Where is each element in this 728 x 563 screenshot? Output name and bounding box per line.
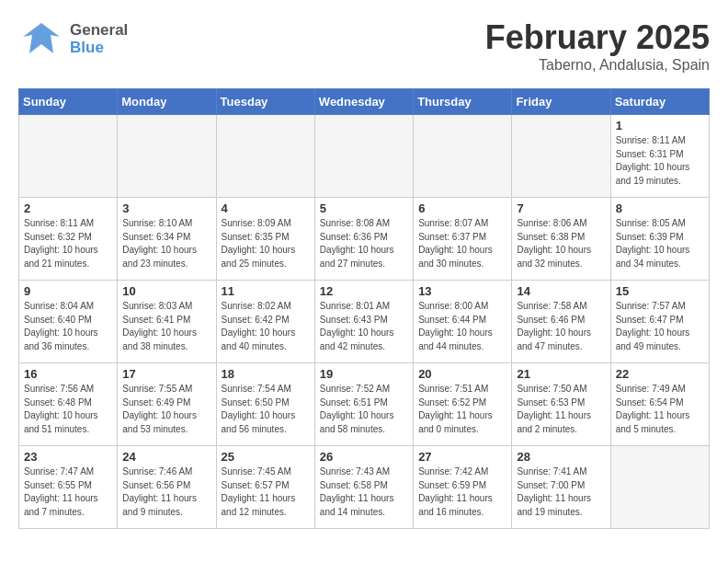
title-area: February 2025 Taberno, Andalusia, Spain: [485, 18, 710, 74]
calendar-cell: 26Sunrise: 7:43 AM Sunset: 6:58 PM Dayli…: [314, 446, 413, 529]
day-info: Sunrise: 8:11 AM Sunset: 6:31 PM Dayligh…: [616, 134, 704, 188]
calendar-cell: 23Sunrise: 7:47 AM Sunset: 6:55 PM Dayli…: [19, 446, 118, 529]
day-info: Sunrise: 7:43 AM Sunset: 6:58 PM Dayligh…: [320, 465, 408, 519]
day-info: Sunrise: 8:03 AM Sunset: 6:41 PM Dayligh…: [122, 300, 210, 353]
day-number: 12: [320, 284, 408, 298]
calendar-cell: 17Sunrise: 7:55 AM Sunset: 6:49 PM Dayli…: [118, 363, 216, 446]
day-info: Sunrise: 8:01 AM Sunset: 6:43 PM Dayligh…: [320, 300, 408, 353]
day-info: Sunrise: 8:09 AM Sunset: 6:35 PM Dayligh…: [222, 217, 310, 270]
day-number: 20: [418, 367, 506, 381]
day-number: 1: [616, 119, 704, 132]
day-info: Sunrise: 7:45 AM Sunset: 6:57 PM Dayligh…: [222, 465, 310, 519]
day-number: 2: [24, 201, 112, 215]
calendar-cell: 7Sunrise: 8:06 AM Sunset: 6:38 PM Daylig…: [512, 198, 610, 281]
day-number: 8: [616, 201, 704, 215]
logo-mark: [18, 18, 64, 60]
day-info: Sunrise: 7:50 AM Sunset: 6:53 PM Dayligh…: [517, 383, 605, 436]
logo-general: General: [70, 22, 128, 40]
calendar-cell: [314, 115, 413, 198]
day-number: 28: [517, 450, 605, 464]
day-info: Sunrise: 8:10 AM Sunset: 6:34 PM Dayligh…: [122, 217, 210, 270]
calendar-cell: [414, 115, 512, 198]
day-number: 24: [122, 450, 210, 464]
calendar-cell: 11Sunrise: 8:02 AM Sunset: 6:42 PM Dayli…: [216, 281, 314, 363]
day-number: 17: [122, 367, 210, 381]
week-row-2: 2Sunrise: 8:11 AM Sunset: 6:32 PM Daylig…: [19, 198, 710, 281]
calendar-cell: [19, 115, 118, 198]
day-info: Sunrise: 8:11 AM Sunset: 6:32 PM Dayligh…: [24, 217, 112, 270]
day-info: Sunrise: 7:56 AM Sunset: 6:48 PM Dayligh…: [24, 383, 112, 436]
weekday-header-monday: Monday: [118, 89, 216, 115]
svg-marker-0: [23, 23, 60, 53]
day-number: 27: [418, 450, 506, 464]
calendar-cell: 19Sunrise: 7:52 AM Sunset: 6:51 PM Dayli…: [314, 363, 413, 446]
calendar-cell: 8Sunrise: 8:05 AM Sunset: 6:39 PM Daylig…: [610, 198, 709, 281]
day-info: Sunrise: 8:06 AM Sunset: 6:38 PM Dayligh…: [517, 217, 605, 270]
day-number: 18: [222, 367, 310, 381]
day-info: Sunrise: 7:52 AM Sunset: 6:51 PM Dayligh…: [320, 383, 408, 436]
calendar-cell: 12Sunrise: 8:01 AM Sunset: 6:43 PM Dayli…: [314, 281, 413, 363]
calendar-cell: [118, 115, 216, 198]
calendar-cell: 13Sunrise: 8:00 AM Sunset: 6:44 PM Dayli…: [414, 281, 512, 363]
calendar-cell: 21Sunrise: 7:50 AM Sunset: 6:53 PM Dayli…: [512, 363, 610, 446]
day-info: Sunrise: 8:02 AM Sunset: 6:42 PM Dayligh…: [222, 300, 310, 353]
day-info: Sunrise: 7:42 AM Sunset: 6:59 PM Dayligh…: [418, 465, 506, 519]
weekday-header-tuesday: Tuesday: [216, 89, 314, 115]
calendar-cell: [216, 115, 314, 198]
week-row-4: 16Sunrise: 7:56 AM Sunset: 6:48 PM Dayli…: [19, 363, 710, 446]
weekday-header-friday: Friday: [512, 89, 610, 115]
day-number: 10: [122, 284, 210, 298]
calendar-cell: [512, 115, 610, 198]
week-row-3: 9Sunrise: 8:04 AM Sunset: 6:40 PM Daylig…: [19, 281, 710, 363]
day-number: 22: [616, 367, 704, 381]
day-number: 4: [222, 201, 310, 215]
calendar-cell: 2Sunrise: 8:11 AM Sunset: 6:32 PM Daylig…: [19, 198, 118, 281]
weekday-header-wednesday: Wednesday: [314, 89, 413, 115]
calendar-cell: [610, 446, 709, 529]
day-number: 3: [122, 201, 210, 215]
calendar-cell: 14Sunrise: 7:58 AM Sunset: 6:46 PM Dayli…: [512, 281, 610, 363]
logo-text: General Blue: [70, 22, 128, 56]
day-number: 13: [418, 284, 506, 298]
day-number: 7: [517, 201, 605, 215]
day-number: 16: [24, 367, 112, 381]
day-info: Sunrise: 7:57 AM Sunset: 6:47 PM Dayligh…: [616, 300, 704, 353]
day-number: 9: [24, 284, 112, 298]
calendar-table: SundayMondayTuesdayWednesdayThursdayFrid…: [18, 88, 710, 529]
day-info: Sunrise: 8:00 AM Sunset: 6:44 PM Dayligh…: [418, 300, 506, 353]
day-info: Sunrise: 7:54 AM Sunset: 6:50 PM Dayligh…: [222, 383, 310, 436]
calendar-cell: 24Sunrise: 7:46 AM Sunset: 6:56 PM Dayli…: [118, 446, 216, 529]
calendar-cell: 22Sunrise: 7:49 AM Sunset: 6:54 PM Dayli…: [610, 363, 709, 446]
calendar-cell: 1Sunrise: 8:11 AM Sunset: 6:31 PM Daylig…: [610, 115, 709, 198]
weekday-header-sunday: Sunday: [19, 89, 118, 115]
calendar-cell: 10Sunrise: 8:03 AM Sunset: 6:41 PM Dayli…: [118, 281, 216, 363]
day-info: Sunrise: 8:05 AM Sunset: 6:39 PM Dayligh…: [616, 217, 704, 270]
calendar-cell: 20Sunrise: 7:51 AM Sunset: 6:52 PM Dayli…: [414, 363, 512, 446]
day-info: Sunrise: 7:55 AM Sunset: 6:49 PM Dayligh…: [122, 383, 210, 436]
week-row-1: 1Sunrise: 8:11 AM Sunset: 6:31 PM Daylig…: [19, 115, 710, 198]
day-info: Sunrise: 7:51 AM Sunset: 6:52 PM Dayligh…: [418, 383, 506, 436]
day-info: Sunrise: 8:08 AM Sunset: 6:36 PM Dayligh…: [320, 217, 408, 270]
week-row-5: 23Sunrise: 7:47 AM Sunset: 6:55 PM Dayli…: [19, 446, 710, 529]
day-number: 26: [320, 450, 408, 464]
day-number: 19: [320, 367, 408, 381]
calendar-cell: 18Sunrise: 7:54 AM Sunset: 6:50 PM Dayli…: [216, 363, 314, 446]
day-info: Sunrise: 7:41 AM Sunset: 7:00 PM Dayligh…: [517, 465, 605, 519]
calendar-cell: 25Sunrise: 7:45 AM Sunset: 6:57 PM Dayli…: [216, 446, 314, 529]
day-number: 15: [616, 284, 704, 298]
day-number: 14: [517, 284, 605, 298]
calendar-cell: 3Sunrise: 8:10 AM Sunset: 6:34 PM Daylig…: [118, 198, 216, 281]
day-info: Sunrise: 8:04 AM Sunset: 6:40 PM Dayligh…: [24, 300, 112, 353]
day-info: Sunrise: 7:47 AM Sunset: 6:55 PM Dayligh…: [24, 465, 112, 519]
calendar-cell: 16Sunrise: 7:56 AM Sunset: 6:48 PM Dayli…: [19, 363, 118, 446]
day-number: 25: [222, 450, 310, 464]
day-info: Sunrise: 7:46 AM Sunset: 6:56 PM Dayligh…: [122, 465, 210, 519]
weekday-header-thursday: Thursday: [414, 89, 512, 115]
calendar-cell: 28Sunrise: 7:41 AM Sunset: 7:00 PM Dayli…: [512, 446, 610, 529]
calendar-cell: 5Sunrise: 8:08 AM Sunset: 6:36 PM Daylig…: [314, 198, 413, 281]
day-info: Sunrise: 7:49 AM Sunset: 6:54 PM Dayligh…: [616, 383, 704, 436]
day-number: 11: [222, 284, 310, 298]
weekday-header-row: SundayMondayTuesdayWednesdayThursdayFrid…: [19, 89, 710, 115]
calendar-cell: 6Sunrise: 8:07 AM Sunset: 6:37 PM Daylig…: [414, 198, 512, 281]
day-number: 5: [320, 201, 408, 215]
